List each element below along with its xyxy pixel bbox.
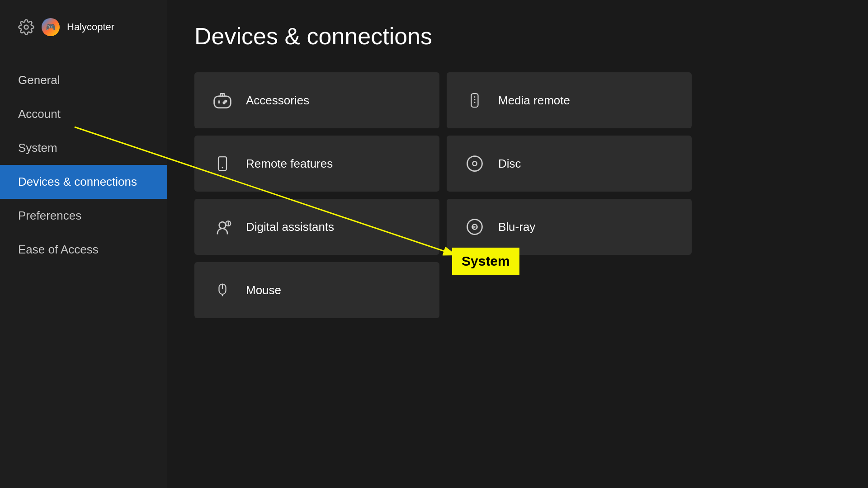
username: Halycopter	[67, 21, 114, 33]
remote-icon	[465, 90, 485, 110]
disc-item[interactable]: Disc	[447, 136, 692, 192]
remote-features-item[interactable]: Remote features	[194, 136, 439, 192]
sidebar-item-system[interactable]: System	[0, 131, 167, 165]
accessories-item[interactable]: Accessories	[194, 72, 439, 128]
svg-point-0	[24, 25, 28, 29]
sidebar-item-ease-of-access[interactable]: Ease of Access	[0, 233, 167, 267]
sidebar-item-general[interactable]: General	[0, 63, 167, 97]
gamepad-icon	[212, 90, 232, 110]
svg-point-6	[223, 102, 225, 104]
sidebar: 🎮 Halycopter General Account System Devi…	[0, 0, 167, 488]
mouse-icon	[212, 280, 232, 300]
mouse-label: Mouse	[246, 283, 281, 297]
mouse-item[interactable]: Mouse	[194, 262, 439, 318]
bluray-icon: HD	[465, 217, 485, 237]
content-grid: Accessories Media remote R	[194, 72, 692, 318]
sidebar-item-preferences[interactable]: Preferences	[0, 199, 167, 233]
disc-icon	[465, 154, 485, 174]
svg-point-16	[219, 222, 226, 229]
blu-ray-item[interactable]: HD Blu-ray	[447, 199, 692, 255]
media-remote-label: Media remote	[498, 94, 570, 108]
svg-rect-1	[214, 96, 231, 108]
blu-ray-label: Blu-ray	[498, 220, 535, 234]
disc-label: Disc	[498, 157, 521, 171]
remote-features-label: Remote features	[246, 157, 333, 171]
digital-assistants-label: Digital assistants	[246, 220, 334, 234]
digital-assistants-item[interactable]: Digital assistants	[194, 199, 439, 255]
avatar: 🎮	[42, 18, 60, 36]
svg-point-14	[472, 161, 476, 165]
sidebar-item-devices[interactable]: Devices & connections	[0, 165, 167, 199]
svg-point-5	[225, 100, 227, 102]
accessories-label: Accessories	[246, 94, 309, 108]
svg-point-13	[467, 156, 482, 171]
media-remote-item[interactable]: Media remote	[447, 72, 692, 128]
main-content: Devices & connections Accessories	[167, 0, 868, 488]
sidebar-header: 🎮 Halycopter	[0, 18, 167, 63]
svg-text:HD: HD	[472, 225, 477, 229]
assistant-icon	[212, 217, 232, 237]
page-title: Devices & connections	[194, 23, 841, 50]
gear-icon	[18, 19, 34, 35]
sidebar-item-account[interactable]: Account	[0, 97, 167, 131]
phone-icon	[212, 154, 232, 174]
